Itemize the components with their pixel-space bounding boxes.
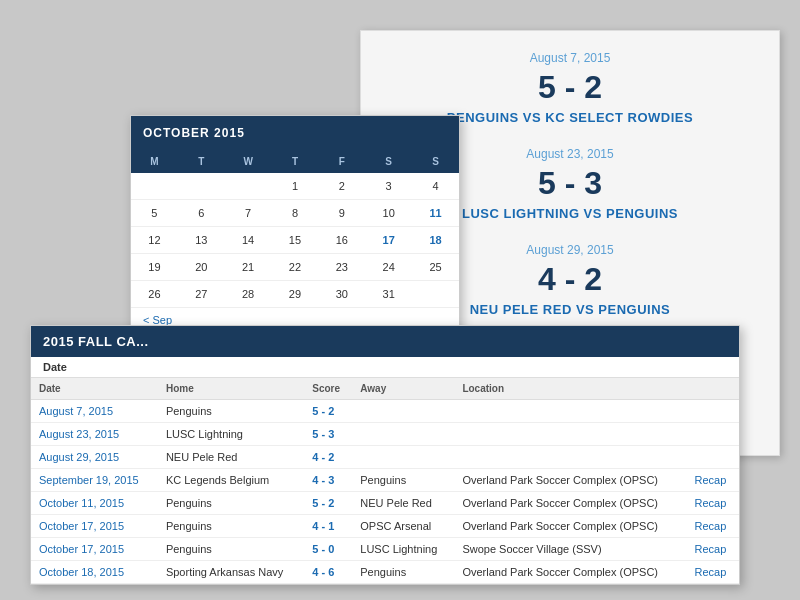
score-entry: August 7, 2015 5 - 2 PENGUINS VS KC SELE… (391, 51, 749, 125)
schedule-cell: Penguins (158, 538, 304, 561)
calendar-week-row: 1234 (131, 173, 459, 200)
schedule-cell: NEU Pele Red (158, 446, 304, 469)
calendar-day-cell: 24 (365, 254, 412, 281)
schedule-cell[interactable]: Recap (687, 515, 739, 538)
schedule-row: September 19, 2015KC Legends Belgium4 - … (31, 469, 739, 492)
schedule-cell[interactable]: August 29, 2015 (31, 446, 158, 469)
schedule-cell: Overland Park Soccer Complex (OPSC) (454, 515, 686, 538)
calendar-day-cell: 21 (225, 254, 272, 281)
schedule-cell: 5 - 2 (304, 400, 352, 423)
schedule-cell[interactable]: August 7, 2015 (31, 400, 158, 423)
schedule-row: August 29, 2015NEU Pele Red4 - 2 (31, 446, 739, 469)
calendar-week-row: 262728293031 (131, 281, 459, 308)
calendar-day-cell: 20 (178, 254, 225, 281)
schedule-cell: Penguins (158, 400, 304, 423)
calendar-day-header: M (131, 150, 178, 173)
schedule-row: August 7, 2015Penguins5 - 2 (31, 400, 739, 423)
schedule-row: August 23, 2015LUSC Lightning5 - 3 (31, 423, 739, 446)
calendar-day-cell: 7 (225, 200, 272, 227)
schedule-cell: 5 - 0 (304, 538, 352, 561)
schedule-cell: Overland Park Soccer Complex (OPSC) (454, 469, 686, 492)
calendar-day-cell: 31 (365, 281, 412, 308)
schedule-cell: Penguins (158, 515, 304, 538)
calendar-day-cell (225, 173, 272, 200)
calendar-day-cell: 27 (178, 281, 225, 308)
schedule-subtitle: Date (31, 357, 739, 378)
schedule-row: October 17, 2015Penguins4 - 1OPSC Arsena… (31, 515, 739, 538)
schedule-col-header: Date (31, 378, 158, 400)
calendar-day-header: S (365, 150, 412, 173)
calendar-day-cell[interactable]: 11 (412, 200, 459, 227)
schedule-cell: KC Legends Belgium (158, 469, 304, 492)
schedule-col-header: Location (454, 378, 686, 400)
schedule-cell[interactable]: Recap (687, 492, 739, 515)
schedule-col-header (687, 378, 739, 400)
schedule-cell (454, 400, 686, 423)
schedule-col-header: Score (304, 378, 352, 400)
schedule-cell[interactable] (687, 446, 739, 469)
schedule-cell (352, 400, 454, 423)
schedule-cell: LUSC Lightning (158, 423, 304, 446)
calendar-day-cell: 15 (272, 227, 319, 254)
schedule-row: October 17, 2015Penguins5 - 0LUSC Lightn… (31, 538, 739, 561)
calendar-day-cell[interactable]: 17 (365, 227, 412, 254)
schedule-cell: Overland Park Soccer Complex (OPSC) (454, 561, 686, 584)
match-score: 5 - 2 (391, 69, 749, 106)
schedule-cell: 4 - 2 (304, 446, 352, 469)
schedule-row: October 18, 2015Sporting Arkansas Navy4 … (31, 561, 739, 584)
calendar-day-cell: 29 (272, 281, 319, 308)
schedule-cell: Penguins (352, 469, 454, 492)
calendar-header: OCTOBER 2015 (131, 116, 459, 150)
schedule-cell: NEU Pele Red (352, 492, 454, 515)
calendar-day-cell (178, 173, 225, 200)
calendar-day-cell: 30 (318, 281, 365, 308)
calendar-day-cell: 19 (131, 254, 178, 281)
schedule-cell[interactable]: August 23, 2015 (31, 423, 158, 446)
schedule-col-header: Away (352, 378, 454, 400)
schedule-table: DateHomeScoreAwayLocation August 7, 2015… (31, 378, 739, 584)
calendar-day-cell[interactable]: 18 (412, 227, 459, 254)
schedule-cell[interactable]: October 18, 2015 (31, 561, 158, 584)
calendar-day-cell: 4 (412, 173, 459, 200)
calendar-panel: OCTOBER 2015 MTWTFSS 1234567891011121314… (130, 115, 460, 333)
schedule-cell (454, 423, 686, 446)
schedule-cell[interactable]: Recap (687, 561, 739, 584)
calendar-day-header: F (318, 150, 365, 173)
calendar-day-header: S (412, 150, 459, 173)
schedule-cell: OPSC Arsenal (352, 515, 454, 538)
calendar-day-cell: 26 (131, 281, 178, 308)
schedule-cell (352, 446, 454, 469)
schedule-cell: 4 - 1 (304, 515, 352, 538)
calendar-week-row: 19202122232425 (131, 254, 459, 281)
schedule-cell[interactable] (687, 400, 739, 423)
calendar-day-cell (131, 173, 178, 200)
calendar-day-cell: 14 (225, 227, 272, 254)
calendar-day-header: T (178, 150, 225, 173)
calendar-day-cell: 8 (272, 200, 319, 227)
schedule-cell: Overland Park Soccer Complex (OPSC) (454, 492, 686, 515)
schedule-cell[interactable]: Recap (687, 538, 739, 561)
calendar-day-cell: 2 (318, 173, 365, 200)
schedule-cell[interactable]: October 17, 2015 (31, 515, 158, 538)
schedule-cell (454, 446, 686, 469)
calendar-day-cell: 1 (272, 173, 319, 200)
calendar-day-cell: 22 (272, 254, 319, 281)
schedule-cell[interactable] (687, 423, 739, 446)
calendar-day-cell (412, 281, 459, 308)
schedule-cell[interactable]: September 19, 2015 (31, 469, 158, 492)
calendar-day-cell: 23 (318, 254, 365, 281)
schedule-cell: 5 - 3 (304, 423, 352, 446)
schedule-cell[interactable]: Recap (687, 469, 739, 492)
calendar-day-cell: 16 (318, 227, 365, 254)
schedule-cell: 5 - 2 (304, 492, 352, 515)
schedule-cell: 4 - 6 (304, 561, 352, 584)
calendar-week-row: 567891011 (131, 200, 459, 227)
schedule-panel: 2015 FALL CA... Date DateHomeScoreAwayLo… (30, 325, 740, 585)
calendar-day-cell: 28 (225, 281, 272, 308)
schedule-cell[interactable]: October 11, 2015 (31, 492, 158, 515)
match-date: August 7, 2015 (391, 51, 749, 65)
calendar-day-cell: 5 (131, 200, 178, 227)
schedule-cell[interactable]: October 17, 2015 (31, 538, 158, 561)
schedule-cell (352, 423, 454, 446)
calendar-day-cell: 25 (412, 254, 459, 281)
